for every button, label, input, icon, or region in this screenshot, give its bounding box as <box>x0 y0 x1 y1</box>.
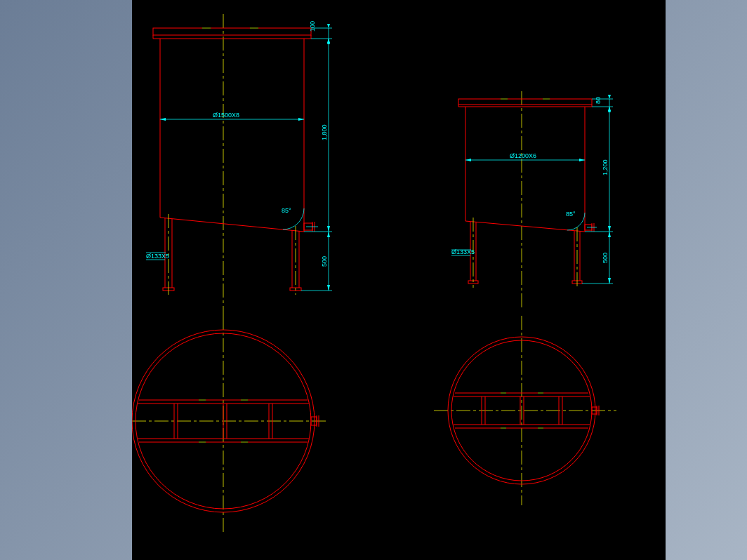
svg-marker-74 <box>608 226 611 232</box>
tank2-plan <box>434 316 616 505</box>
tank2-leg-label: Ø133X5 <box>451 248 475 255</box>
cad-drawing-canvas: 85° Ø1500X8 100 1,800 500 Ø133X5 85° Ø12… <box>132 0 666 560</box>
tank1-leg-label: Ø133X5 <box>146 253 169 260</box>
svg-marker-33 <box>327 39 330 44</box>
svg-marker-77 <box>608 278 611 284</box>
tank2-leg-height: 500 <box>602 253 609 263</box>
tank1-plan <box>132 316 329 533</box>
svg-rect-41 <box>458 99 592 105</box>
svg-marker-76 <box>608 232 611 237</box>
tank1-height: 1,800 <box>321 124 328 140</box>
tank1-elevation: 85° Ø1500X8 100 1,800 500 Ø133X5 <box>146 14 332 316</box>
tank2-top-height: 80 <box>595 97 602 104</box>
tank2-elevation: 85° Ø1200X6 80 1,200 500 Ø133X5 <box>451 91 613 309</box>
svg-marker-24 <box>298 118 304 121</box>
svg-line-49 <box>465 221 585 232</box>
svg-marker-30 <box>327 24 330 28</box>
svg-marker-63 <box>465 159 471 161</box>
svg-marker-36 <box>327 232 330 237</box>
svg-marker-34 <box>327 226 330 232</box>
tank2-diameter-label: Ø1200X6 <box>510 152 536 159</box>
tank1-top-height: 100 <box>309 21 316 32</box>
svg-marker-37 <box>327 285 330 291</box>
svg-marker-23 <box>160 118 166 121</box>
tank2-height: 1,200 <box>602 159 609 175</box>
svg-rect-1 <box>153 28 311 35</box>
tank2-angle-label: 85° <box>566 211 576 218</box>
svg-marker-64 <box>579 159 585 161</box>
svg-marker-73 <box>608 107 611 112</box>
tank1-diameter-label: Ø1500X8 <box>213 112 239 119</box>
svg-marker-70 <box>608 95 611 99</box>
cad-svg: 85° Ø1500X8 100 1,800 500 Ø133X5 85° Ø12… <box>132 0 666 560</box>
tank1-leg-height: 500 <box>321 256 328 267</box>
tank1-angle-label: 85° <box>282 207 291 214</box>
svg-line-9 <box>160 218 304 232</box>
